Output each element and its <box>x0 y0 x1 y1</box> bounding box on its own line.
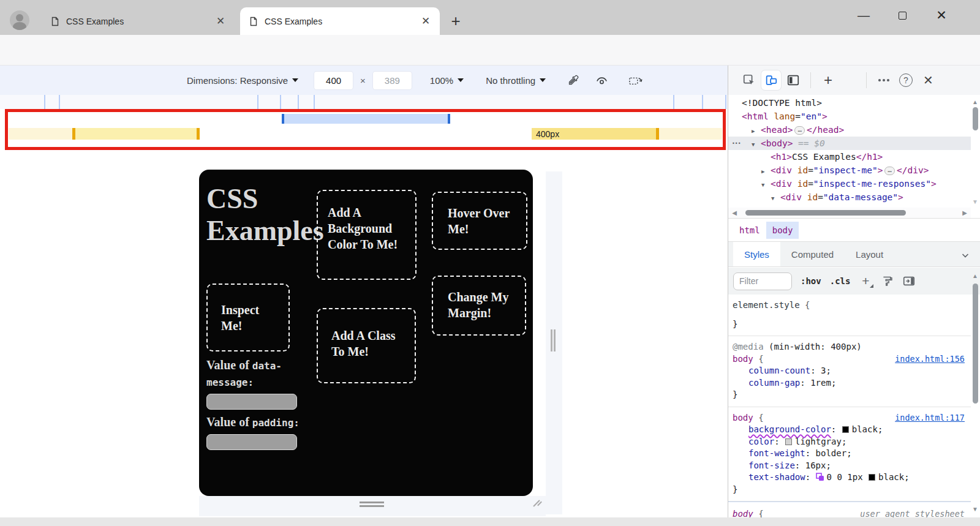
styles-filter-input[interactable] <box>733 272 792 290</box>
devtools-menu-button[interactable] <box>874 70 894 90</box>
tab-styles[interactable]: Styles <box>733 242 780 266</box>
vision-deficiency-button[interactable] <box>592 71 611 89</box>
css-property[interactable]: text-shadow: 0 0 1px black; <box>733 472 965 484</box>
demo-box-hover[interactable]: Hover Over Me! <box>432 192 527 250</box>
profile-avatar[interactable] <box>10 10 29 30</box>
padding-value-field[interactable] <box>206 434 297 450</box>
demo-box-background-color[interactable]: Add A Background Color To Me! <box>317 190 417 280</box>
dom-node[interactable]: <!DOCTYPE html> <box>728 96 971 110</box>
dom-node[interactable]: ▶<div id="inspect-me">…</div> <box>728 163 971 177</box>
css-rule[interactable]: element.style {} <box>728 295 971 336</box>
throttling-label: No throttling <box>486 75 535 86</box>
tab-close-icon[interactable]: ✕ <box>420 15 431 28</box>
ellipsis-expand-icon[interactable]: … <box>884 167 895 175</box>
window-titlebar: CSS Examples ✕ CSS Examples ✕ + — ✕ <box>0 0 980 35</box>
toggle-panel-icon[interactable] <box>902 274 916 288</box>
viewport-resize-handle-bottom[interactable] <box>360 502 384 507</box>
chevron-down-icon[interactable] <box>960 250 970 260</box>
inspect-element-button[interactable] <box>739 70 759 90</box>
dom-node[interactable]: ▼<div id="data-message"> <box>728 190 971 204</box>
tab-close-icon[interactable]: ✕ <box>215 15 226 28</box>
media-query-bar-blue[interactable] <box>282 114 450 124</box>
css-rule[interactable]: body {index.html:117background-color: bl… <box>728 407 971 502</box>
css-property[interactable]: background-color: black; <box>733 424 965 436</box>
dom-node[interactable]: ▶<head>…</head> <box>728 123 971 137</box>
expand-arrow-icon[interactable]: ▼ <box>761 178 771 192</box>
color-swatch[interactable] <box>869 474 875 481</box>
tab-title: CSS Examples <box>265 17 414 26</box>
scroll-down-icon[interactable]: ▼ <box>970 506 980 513</box>
scrollbar-thumb[interactable] <box>973 284 978 404</box>
css-property[interactable]: column-gap: 1rem; <box>733 377 965 389</box>
styles-vertical-scrollbar[interactable]: ▲ ▼ <box>970 268 980 517</box>
browser-tab-2-active[interactable]: CSS Examples ✕ <box>240 7 440 35</box>
css-rule[interactable]: body {user agent stylesheet <box>728 502 971 517</box>
new-tab-button[interactable]: + <box>447 12 464 29</box>
media-query-bar-400px[interactable]: 400px <box>532 128 656 140</box>
color-swatch[interactable] <box>785 438 792 445</box>
scroll-up-icon[interactable]: ▲ <box>970 99 980 105</box>
viewport-resize-handle-corner[interactable] <box>532 498 542 508</box>
css-property[interactable]: column-count: 3; <box>733 365 965 377</box>
dom-node[interactable]: •••▼<body> == $0 <box>728 137 971 150</box>
viewport-height-input[interactable] <box>373 72 412 89</box>
expand-arrow-icon[interactable]: ▼ <box>752 138 761 151</box>
device-toolbar-toggle-active[interactable] <box>761 70 781 90</box>
window-close-button[interactable]: ✕ <box>929 6 954 24</box>
media-query-bar-yellow[interactable] <box>9 128 72 140</box>
css-rule[interactable]: @media (min-width: 400px)body {index.htm… <box>728 336 971 407</box>
breadcrumb-html[interactable]: html <box>733 222 766 239</box>
dimensions-dropdown[interactable]: Dimensions: Responsive <box>187 75 298 86</box>
data-message-value-field[interactable] <box>206 394 297 410</box>
toggle-pseudo-button[interactable]: :hov <box>801 276 821 286</box>
eyedropper-button[interactable] <box>564 71 582 89</box>
demo-box-margin[interactable]: Change My Margin! <box>432 276 526 336</box>
stylesheet-source-link[interactable]: index.html:117 <box>895 412 965 424</box>
dom-vertical-scrollbar[interactable]: ▲ ▼ <box>970 96 980 208</box>
devtools-help-button[interactable]: ? <box>896 70 916 90</box>
dom-node[interactable]: ▼<div id="inspect-me-responses"> <box>728 177 971 190</box>
paint-format-icon[interactable] <box>881 275 894 288</box>
dom-node[interactable]: <h1>CSS Examples</h1> <box>728 150 971 163</box>
demo-box-inspect[interactable]: Inspect Me! <box>206 284 290 351</box>
scroll-down-icon[interactable]: ▼ <box>970 198 980 205</box>
viewport-resize-handle-right[interactable] <box>551 329 556 351</box>
devtools-add-tab-button[interactable]: + <box>818 70 838 90</box>
breadcrumb-body[interactable]: body <box>766 222 799 239</box>
window-maximize-button[interactable] <box>890 6 914 24</box>
tab-layout[interactable]: Layout <box>845 242 894 266</box>
toggle-class-button[interactable]: .cls <box>830 276 851 286</box>
ellipsis-expand-icon[interactable]: … <box>794 126 805 135</box>
scroll-up-icon[interactable]: ▲ <box>970 272 980 279</box>
media-query-bar-yellow[interactable] <box>75 128 197 140</box>
scrollbar-thumb[interactable] <box>745 210 906 216</box>
viewport-width-input[interactable] <box>314 72 353 89</box>
css-property[interactable]: font-weight: bolder; <box>733 448 965 460</box>
css-property[interactable]: font-size: 16px; <box>733 460 965 472</box>
expand-arrow-icon[interactable]: ▶ <box>761 165 771 178</box>
css-property[interactable]: color: lightgray; <box>733 436 965 448</box>
new-style-rule-button[interactable]: + <box>859 274 872 288</box>
expand-arrow-icon[interactable]: ▶ <box>752 124 761 138</box>
throttling-dropdown[interactable]: No throttling <box>486 75 546 86</box>
expand-arrow-icon[interactable]: ▼ <box>771 192 780 205</box>
browser-tab-1[interactable]: CSS Examples ✕ <box>42 7 235 35</box>
dom-horizontal-scrollbar[interactable]: ◀ ▶ <box>728 208 971 218</box>
dock-side-button[interactable] <box>783 70 803 90</box>
rotate-viewport-button[interactable] <box>627 71 645 89</box>
shadow-swatch-icon[interactable] <box>816 472 827 482</box>
browser-navbar: File C:/Users/pabrosse/dev/Demos/devtool… <box>0 35 980 66</box>
demo-box-add-class[interactable]: Add A Class To Me! <box>317 308 416 383</box>
tab-computed[interactable]: Computed <box>780 242 845 266</box>
scroll-left-icon[interactable]: ◀ <box>729 209 739 216</box>
window-minimize-button[interactable]: — <box>851 6 876 24</box>
color-swatch[interactable] <box>842 426 849 433</box>
devtools-close-button[interactable]: ✕ <box>923 73 933 88</box>
scrollbar-thumb[interactable] <box>973 107 978 130</box>
scroll-right-icon[interactable]: ▶ <box>960 209 970 216</box>
stylesheet-source-link[interactable]: index.html:156 <box>895 353 965 366</box>
media-query-bar-yellow[interactable] <box>659 128 722 140</box>
zoom-dropdown[interactable]: 100% <box>430 75 464 86</box>
dom-node[interactable]: <html lang="en"> <box>728 110 971 123</box>
rotate-device-icon <box>628 73 644 87</box>
